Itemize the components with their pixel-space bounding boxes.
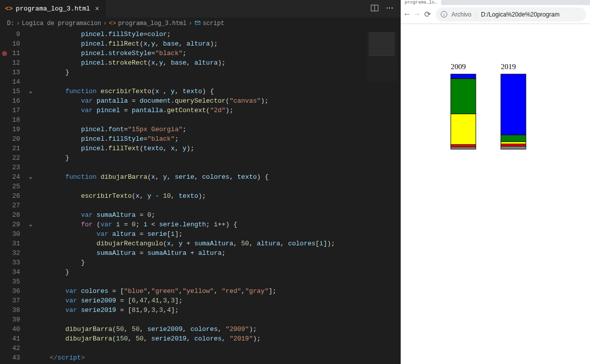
fold-toggle[interactable] — [27, 334, 34, 343]
line-number: 31 — [0, 239, 20, 248]
fold-toggle[interactable] — [27, 30, 34, 39]
browser-toolbar: ← → ⟳ i Archivo | D:/Logica%20de%20progr… — [401, 5, 590, 24]
fold-toggle[interactable] — [27, 68, 34, 77]
fold-toggle[interactable] — [27, 343, 34, 353]
fold-toggle[interactable] — [27, 153, 34, 163]
fold-toggle[interactable] — [27, 115, 34, 125]
code-line[interactable]: dibujarBarra(50, 50, serie2009, colores,… — [34, 324, 401, 334]
fold-toggle[interactable] — [27, 296, 34, 305]
code-line[interactable]: pincel.fillStyle="black"; — [34, 134, 401, 144]
code-editor[interactable]: 9101112131415161718192021222324252627282… — [0, 30, 401, 364]
code-line[interactable]: pincel.fillRect(x,y, base, altura); — [34, 39, 401, 49]
fold-toggle[interactable] — [27, 286, 34, 296]
code-line[interactable] — [34, 201, 401, 210]
line-number: 34 — [0, 267, 20, 277]
code-line[interactable]: pincel.strokeRect(x,y, base, altura); — [34, 58, 401, 68]
address-bar[interactable]: i Archivo | D:/Logica%20de%20program — [436, 8, 586, 22]
code-line[interactable]: pincel.fillStyle=color; — [34, 30, 401, 39]
code-line[interactable]: var sumaAltura = 0; — [34, 210, 401, 220]
site-info-icon[interactable]: i — [441, 11, 447, 18]
code-line[interactable] — [34, 115, 401, 125]
fold-toggle[interactable] — [27, 182, 34, 191]
chevron-right-icon: › — [103, 20, 107, 27]
fold-toggle[interactable] — [27, 324, 34, 334]
fold-toggle[interactable] — [27, 125, 34, 134]
fold-toggle[interactable] — [27, 77, 34, 87]
fold-toggle[interactable] — [27, 229, 34, 239]
editor-panel: <> programa_log_3.html × D: › Logica de … — [0, 0, 401, 364]
fold-toggle[interactable] — [27, 258, 34, 267]
code-line[interactable] — [34, 315, 401, 324]
code-line[interactable]: dibujarRectangulo(x, y + sumaAltura, 50,… — [34, 239, 401, 248]
code-content[interactable]: pincel.fillStyle=color; pincel.fillRect(… — [27, 30, 401, 364]
breakpoint-icon[interactable] — [2, 51, 7, 56]
code-line[interactable]: } — [34, 68, 401, 77]
code-line[interactable] — [34, 163, 401, 172]
fold-toggle[interactable] — [27, 277, 34, 286]
code-line[interactable]: function escribirTexto(x , y, texto) { — [34, 87, 401, 96]
script-symbol-icon — [194, 20, 201, 28]
reload-button[interactable]: ⟳ — [424, 10, 431, 20]
minimap[interactable] — [367, 32, 397, 82]
code-line[interactable]: } — [34, 258, 401, 267]
close-icon[interactable]: × — [93, 5, 101, 13]
fold-toggle[interactable] — [27, 305, 34, 315]
fold-toggle[interactable] — [27, 201, 34, 210]
fold-toggle[interactable] — [27, 267, 34, 277]
code-line[interactable]: for (var i = 0; i < serie.length; i++) { — [34, 220, 401, 229]
code-line[interactable]: var serie2009 = [6,47,41,3,3]; — [34, 296, 401, 305]
line-number: 36 — [0, 286, 20, 296]
line-number: 18 — [0, 115, 20, 125]
line-number: 23 — [0, 163, 20, 172]
fold-toggle[interactable] — [27, 134, 34, 144]
more-icon[interactable] — [386, 4, 394, 14]
fold-toggle[interactable] — [27, 106, 34, 115]
line-number: 16 — [0, 96, 20, 106]
code-line[interactable]: var pantalla = document.querySelector("c… — [34, 96, 401, 106]
code-line[interactable]: pincel.fillText(texto, x, y); — [34, 144, 401, 153]
code-line[interactable]: } — [34, 153, 401, 163]
fold-toggle[interactable] — [27, 239, 34, 248]
fold-toggle[interactable] — [27, 248, 34, 258]
code-line[interactable]: </script> — [34, 353, 401, 362]
code-line[interactable]: var colores = ["blue","green","yellow", … — [34, 286, 401, 296]
code-line[interactable]: var altura = serie[i]; — [34, 229, 401, 239]
split-editor-icon[interactable] — [371, 4, 379, 14]
code-line[interactable] — [34, 77, 401, 87]
forward-button[interactable]: → — [415, 10, 420, 19]
code-line[interactable]: pincel.strokeStyle="black"; — [34, 49, 401, 58]
back-button[interactable]: ← — [405, 10, 410, 19]
fold-toggle[interactable]: ⌄ — [27, 87, 34, 96]
line-number: 24 — [0, 172, 20, 182]
fold-toggle[interactable] — [27, 210, 34, 220]
code-line[interactable]: var serie2019 = [81,9,3,3,4]; — [34, 305, 401, 315]
fold-toggle[interactable] — [27, 49, 34, 58]
line-number: 22 — [0, 153, 20, 163]
url-scheme-label: Archivo — [451, 11, 471, 18]
fold-toggle[interactable]: ⌄ — [27, 220, 34, 229]
breadcrumb[interactable]: D: › Logica de programacion › <> program… — [0, 18, 401, 30]
fold-toggle[interactable] — [27, 191, 34, 201]
line-number: 33 — [0, 258, 20, 267]
fold-toggle[interactable] — [27, 353, 34, 362]
code-line[interactable]: dibujarBarra(150, 50, serie2019, colores… — [34, 334, 401, 343]
code-line[interactable]: function dibujarBarra(x, y, serie, color… — [34, 172, 401, 182]
code-line[interactable]: escribirTexto(x, y - 10, texto); — [34, 191, 401, 201]
code-line[interactable] — [34, 277, 401, 286]
fold-toggle[interactable]: ⌄ — [27, 172, 34, 182]
fold-toggle[interactable] — [27, 163, 34, 172]
code-line[interactable]: pincel.font="15px Georgia"; — [34, 125, 401, 134]
fold-toggle[interactable] — [27, 39, 34, 49]
code-line[interactable] — [34, 343, 401, 353]
browser-tab[interactable]: programa_lo… — [401, 0, 441, 5]
code-line[interactable]: var pincel = pantalla.getContext("2d"); — [34, 106, 401, 115]
code-line[interactable]: sumaAltura = sumaAltura + altura; — [34, 248, 401, 258]
fold-toggle[interactable] — [27, 58, 34, 68]
code-line[interactable]: } — [34, 267, 401, 277]
editor-tab[interactable]: <> programa_log_3.html × — [0, 0, 107, 18]
fold-toggle[interactable] — [27, 96, 34, 106]
code-line[interactable] — [34, 182, 401, 191]
fold-toggle[interactable] — [27, 144, 34, 153]
url-text: D:/Logica%20de%20program — [481, 11, 559, 18]
fold-toggle[interactable] — [27, 315, 34, 324]
